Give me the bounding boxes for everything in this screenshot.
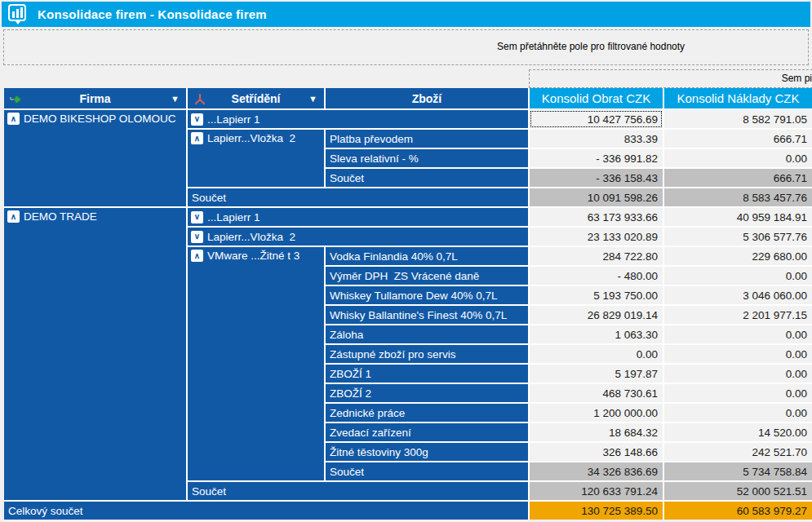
value-cell[interactable]: 229 680.00 <box>664 247 812 265</box>
column-header-setrideni[interactable]: Setřídění ▼ <box>188 88 324 108</box>
expand-icon[interactable]: ∨ <box>191 231 203 243</box>
subtotal-label: Součet <box>192 485 226 498</box>
subtotal-label: Součet <box>192 192 226 204</box>
firma-filter-dropdown-icon[interactable]: ▼ <box>171 94 180 104</box>
zbozi-label: Whiskey Tullamore Dew 40% 0,7L <box>330 290 498 302</box>
subtotal-cell[interactable]: 10 091 598.26 <box>530 188 663 206</box>
collapse-icon[interactable]: ∧ <box>191 250 203 262</box>
data-drop-hint: Sem pi <box>782 73 812 84</box>
value-cell[interactable]: 5 197.87 <box>530 365 663 383</box>
firma-group-trade[interactable]: ∧ DEMO TRADE <box>4 208 186 500</box>
collapse-icon[interactable]: ∧ <box>191 132 203 144</box>
setrideni-group[interactable]: ∧ Lapierr...Vložka 2 <box>188 130 324 187</box>
setrideni-group-label: ...Lapierr 1 <box>207 211 260 223</box>
value-cell[interactable]: 833.39 <box>530 130 663 148</box>
filter-drop-hint: Sem přetáhněte pole pro filtrované hodno… <box>374 41 808 52</box>
subtotal-cell[interactable]: 52 000 521.51 <box>664 482 812 500</box>
setrideni-group[interactable]: ∧ VMware ...Žitné t 3 <box>188 247 324 480</box>
value-cell[interactable]: 18 684.32 <box>530 423 663 441</box>
value-cell[interactable]: 63 173 933.66 <box>530 208 663 226</box>
value-cell[interactable]: 40 959 184.91 <box>664 208 812 226</box>
subtotal-label: Součet <box>330 172 364 184</box>
grand-total-cell[interactable]: 60 583 979.27 <box>664 502 812 520</box>
value-cell[interactable]: 1 063.30 <box>530 325 663 343</box>
value-cell[interactable]: 0.00 <box>664 365 812 383</box>
column-header-naklady[interactable]: Konsolid Náklady CZK <box>664 88 812 108</box>
value-cell[interactable]: 0.00 <box>664 325 812 343</box>
setrideni-group[interactable]: ∨ ...Lapierr 1 <box>188 110 528 128</box>
setrideni-group[interactable]: ∨ Lapierr...Vložka 2 <box>188 228 528 246</box>
firma-group-label: DEMO BIKESHOP OLOMOUC <box>24 113 176 125</box>
value-cell[interactable]: 242 521.70 <box>664 443 812 461</box>
collapse-icon[interactable]: ∧ <box>7 113 20 125</box>
value-cell[interactable]: 5 306 577.76 <box>664 228 812 246</box>
firma-group-label: DEMO TRADE <box>24 210 97 223</box>
filter-drop-zone[interactable]: Sem přetáhněte pole pro filtrované hodno… <box>3 29 809 65</box>
column-header-zbozi[interactable]: Zboží <box>326 88 528 108</box>
expand-icon[interactable]: ∨ <box>191 211 203 223</box>
column-header-label: Firma <box>79 92 110 105</box>
value-cell[interactable]: 2 201 977.15 <box>664 306 812 324</box>
value-cell[interactable]: 666.71 <box>664 130 812 148</box>
zbozi-label: ZBOŽÍ 1 <box>330 368 371 380</box>
value-cell[interactable]: 3 046 060.00 <box>664 286 812 304</box>
value-cell[interactable]: 5 193 750.00 <box>530 286 663 304</box>
grand-total-label: Celkový součet <box>8 505 83 517</box>
pivot-window: Konsolidace firem - Konsolidace firem Se… <box>0 0 812 522</box>
value-cell[interactable]: 0.00 <box>530 345 663 363</box>
value-cell[interactable]: - 480.00 <box>530 267 663 285</box>
zbozi-row-header: Platba převodem <box>326 130 528 148</box>
value-cell[interactable]: 1 200 000.00 <box>530 404 663 422</box>
value-cell[interactable]: 10 427 756.69 <box>530 110 663 128</box>
firma-group-bikeshop[interactable]: ∧ DEMO BIKESHOP OLOMOUC <box>4 110 186 206</box>
zbozi-row-header: Zvedací zařízení <box>326 423 528 441</box>
subtotal-cell[interactable]: - 336 158.43 <box>530 169 663 187</box>
zbozi-label: Platba převodem <box>330 133 413 145</box>
value-cell[interactable]: 23 133 020.89 <box>530 228 663 246</box>
setrideni-group-label: VMware ...Žitné t 3 <box>207 250 300 262</box>
zbozi-row-header: Součet <box>326 462 528 480</box>
zbozi-label: Zástupné zboží pro servis <box>330 348 456 361</box>
subtotal-cell[interactable]: 34 326 836.69 <box>530 462 663 480</box>
value-cell[interactable]: 326 148.66 <box>530 443 663 461</box>
zbozi-label: Záloha <box>330 329 363 341</box>
value-cell[interactable]: 0.00 <box>664 149 812 167</box>
collapse-icon[interactable]: ∧ <box>7 210 20 223</box>
title-bar: Konsolidace firem - Konsolidace firem <box>2 2 810 27</box>
value-cell[interactable]: 284 722.80 <box>530 247 663 265</box>
zbozi-row-header: Zástupné zboží pro servis <box>326 345 528 363</box>
zbozi-row-header: Sleva relativní - % <box>326 149 528 167</box>
value-cell[interactable]: 0.00 <box>664 404 812 422</box>
setrideni-filter-dropdown-icon[interactable]: ▼ <box>308 94 317 104</box>
subtotal-cell[interactable]: 120 633 791.24 <box>530 482 663 500</box>
subtotal-cell[interactable]: 5 734 758.84 <box>664 462 812 480</box>
setrideni-group[interactable]: ∨ ...Lapierr 1 <box>188 208 528 226</box>
column-header-firma[interactable]: Firma ▼ <box>4 88 186 108</box>
data-drop-zone[interactable]: Sem pi <box>529 69 812 88</box>
value-cell[interactable]: 26 829 019.14 <box>530 306 663 324</box>
value-cell[interactable]: - 336 991.82 <box>530 149 663 167</box>
zbozi-label: ZBOŽÍ 2 <box>330 387 371 400</box>
expand-icon[interactable]: ∨ <box>191 113 203 126</box>
value-cell[interactable]: 0.00 <box>664 267 812 285</box>
zbozi-label: Vodka Finlandia 40% 0,7L <box>330 250 458 263</box>
subtotal-cell[interactable]: 666.71 <box>664 169 812 187</box>
zbozi-row-header: Whisky Ballantine's Finest 40% 0,7L <box>326 306 528 324</box>
zbozi-label: Výměr DPH ZS Vrácené daně <box>330 270 479 282</box>
column-header-label: Konsolid Náklady CZK <box>677 91 799 105</box>
field-firma-icon <box>10 94 23 104</box>
column-header-obrat[interactable]: Konsolid Obrat CZK <box>530 88 663 108</box>
grand-total-row-header: Celkový součet <box>4 502 528 520</box>
subtotal-cell[interactable]: 8 583 457.76 <box>664 188 812 206</box>
value-cell[interactable]: 14 520.00 <box>664 423 812 441</box>
value-cell[interactable]: 468 730.61 <box>530 384 663 402</box>
bar-chart-icon <box>8 4 29 25</box>
grand-total-cell[interactable]: 130 725 389.50 <box>530 502 663 520</box>
zbozi-row-header: ZBOŽÍ 2 <box>326 384 528 402</box>
value-cell[interactable]: 0.00 <box>664 345 812 363</box>
value-cell[interactable]: 8 582 791.05 <box>664 110 812 128</box>
pivot-grid: Firma ▼ Setřídění ▼ Zboží Konsolid Obrat… <box>4 88 812 520</box>
value-cell[interactable]: 0.00 <box>664 384 812 402</box>
column-header-label: Konsolid Obrat CZK <box>542 91 650 105</box>
setrideni-group-label: Lapierr...Vložka 2 <box>207 231 295 243</box>
